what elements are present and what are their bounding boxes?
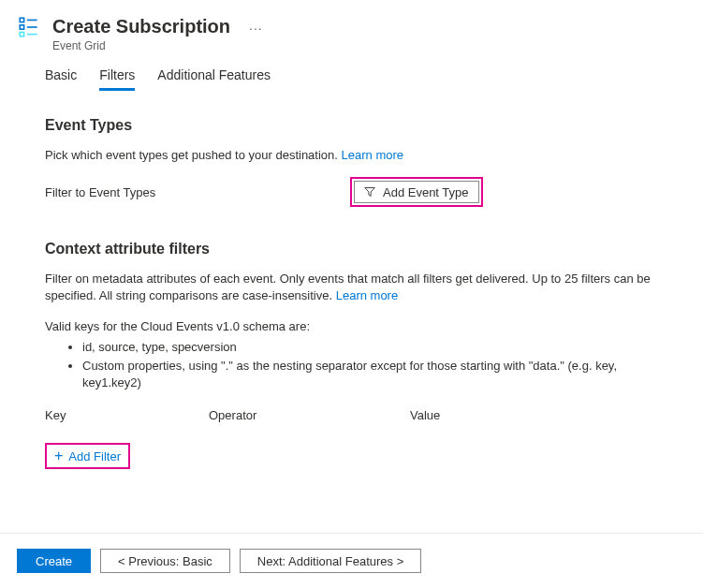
valid-key-item: Custom properties, using "." as the nest… xyxy=(82,358,658,391)
previous-button[interactable]: < Previous: Basic xyxy=(100,549,230,573)
event-types-description: Pick which event types get pushed to you… xyxy=(45,147,658,164)
tab-additional-features[interactable]: Additional Features xyxy=(157,62,271,91)
event-types-learn-more-link[interactable]: Learn more xyxy=(342,148,403,162)
filter-column-headers: Key Operator Value xyxy=(45,408,658,422)
svg-rect-0 xyxy=(20,18,23,22)
subscription-icon xyxy=(17,15,41,39)
tab-basic[interactable]: Basic xyxy=(45,62,77,91)
context-filters-heading: Context attribute filters xyxy=(45,241,658,257)
page-title: Create Subscription xyxy=(52,15,230,37)
svg-rect-1 xyxy=(20,25,23,29)
svg-rect-2 xyxy=(20,32,23,36)
tab-filters[interactable]: Filters xyxy=(99,62,135,91)
add-event-type-highlight: Add Event Type xyxy=(350,177,483,207)
valid-keys-label: Valid keys for the Cloud Events v1.0 sch… xyxy=(45,318,658,335)
add-filter-label: Add Filter xyxy=(68,449,121,463)
footer-bar: Create < Previous: Basic Next: Additiona… xyxy=(0,533,703,588)
tab-bar: Basic Filters Additional Features xyxy=(45,62,658,91)
page-subtitle: Event Grid xyxy=(52,39,230,52)
context-filters-learn-more-link[interactable]: Learn more xyxy=(336,288,398,302)
context-filters-description: Filter on metadata attributes of each ev… xyxy=(45,271,658,304)
add-filter-button[interactable]: + Add Filter xyxy=(49,447,126,465)
valid-key-item: id, source, type, specversion xyxy=(82,339,658,356)
filter-to-event-types-label: Filter to Event Types xyxy=(45,185,350,199)
create-button[interactable]: Create xyxy=(17,549,91,573)
valid-keys-list: id, source, type, specversion Custom pro… xyxy=(45,339,658,392)
event-types-heading: Event Types xyxy=(45,117,658,134)
event-types-desc-text: Pick which event types get pushed to you… xyxy=(45,148,342,162)
more-button[interactable]: ··· xyxy=(249,15,263,36)
column-operator-header: Operator xyxy=(209,408,410,422)
filter-icon xyxy=(364,186,375,198)
add-event-type-label: Add Event Type xyxy=(383,185,469,199)
column-key-header: Key xyxy=(45,408,209,422)
add-event-type-button[interactable]: Add Event Type xyxy=(354,181,479,203)
add-filter-highlight: + Add Filter xyxy=(45,443,130,469)
column-value-header: Value xyxy=(410,408,658,422)
next-button[interactable]: Next: Additional Features > xyxy=(240,549,421,573)
plus-icon: + xyxy=(54,448,63,463)
